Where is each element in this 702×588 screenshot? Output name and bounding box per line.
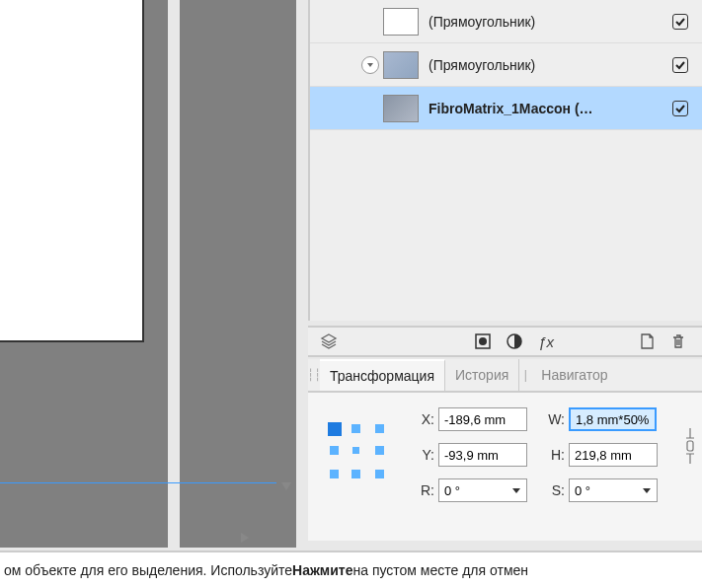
w-label: W: xyxy=(543,411,565,427)
adjustment-icon[interactable] xyxy=(505,331,524,351)
r-select[interactable]: 0 ° xyxy=(438,478,527,502)
layer-thumbnail xyxy=(383,51,419,79)
layer-label: (Прямоугольник) xyxy=(429,57,672,73)
tab-transform[interactable]: Трансформация xyxy=(320,359,445,391)
y-input[interactable] xyxy=(438,443,527,467)
layer-visibility-checkbox[interactable] xyxy=(672,57,688,73)
s-select[interactable]: 0 ° xyxy=(569,478,658,502)
status-text-bold: Нажмите xyxy=(292,562,352,578)
tab-navigator[interactable]: Навигатор xyxy=(531,359,617,391)
canvas-page[interactable] xyxy=(0,0,144,342)
tab-divider: | xyxy=(519,359,531,391)
x-input[interactable] xyxy=(438,407,527,431)
status-text-post: на пустом месте для отмен xyxy=(352,562,528,578)
s-label: S: xyxy=(543,482,565,498)
layer-thumbnail xyxy=(383,8,419,36)
layer-expand-toggle[interactable] xyxy=(361,56,379,74)
layer-label: FibroMatrix_1Массон (… xyxy=(429,101,672,116)
w-input[interactable] xyxy=(569,407,657,431)
status-text-pre: ом объекте для его выделения. Используйт… xyxy=(4,562,292,578)
r-label: R: xyxy=(413,482,434,498)
svg-point-1 xyxy=(479,337,487,345)
layer-label: (Прямоугольник) xyxy=(429,14,672,30)
svg-rect-3 xyxy=(687,441,693,451)
layer-row-selected[interactable]: FibroMatrix_1Массон (… xyxy=(310,87,702,130)
scroll-indicator-horizontal[interactable] xyxy=(241,533,249,543)
layer-row[interactable]: (Прямоугольник) xyxy=(310,43,702,87)
transform-panel: X: W: Y: H: R: 0 ° S: 0 ° xyxy=(308,393,702,541)
layer-visibility-checkbox[interactable] xyxy=(672,14,688,30)
anchor-point-selector[interactable] xyxy=(328,422,385,479)
guide-line[interactable] xyxy=(0,482,276,483)
new-layer-icon[interactable] xyxy=(637,331,657,351)
trash-icon[interactable] xyxy=(668,331,688,351)
layer-thumbnail xyxy=(383,95,419,122)
blend-mode-icon[interactable] xyxy=(319,331,339,351)
layers-panel: (Прямоугольник) (Прямоугольник) FibroMat… xyxy=(308,0,702,321)
canvas-area[interactable] xyxy=(0,0,296,548)
status-bar: ом объекте для его выделения. Используйт… xyxy=(0,551,702,588)
y-label: Y: xyxy=(413,447,434,463)
panel-divider xyxy=(168,0,180,548)
layer-row[interactable]: (Прямоугольник) xyxy=(310,0,702,43)
layer-visibility-checkbox[interactable] xyxy=(672,101,688,116)
h-input[interactable] xyxy=(569,443,658,467)
fx-icon[interactable]: ƒx xyxy=(536,331,556,351)
panel-tabs: ┆┆ Трансформация История | Навигатор xyxy=(308,359,702,393)
layers-icon-bar: ƒx xyxy=(308,326,702,357)
scroll-indicator-vertical[interactable] xyxy=(281,482,291,490)
h-label: H: xyxy=(543,447,565,463)
panel-grip[interactable]: ┆┆ xyxy=(308,359,320,391)
link-aspect-icon[interactable] xyxy=(684,424,696,468)
tab-history[interactable]: История xyxy=(445,359,519,391)
mask-icon[interactable] xyxy=(473,331,493,351)
x-label: X: xyxy=(413,411,434,427)
